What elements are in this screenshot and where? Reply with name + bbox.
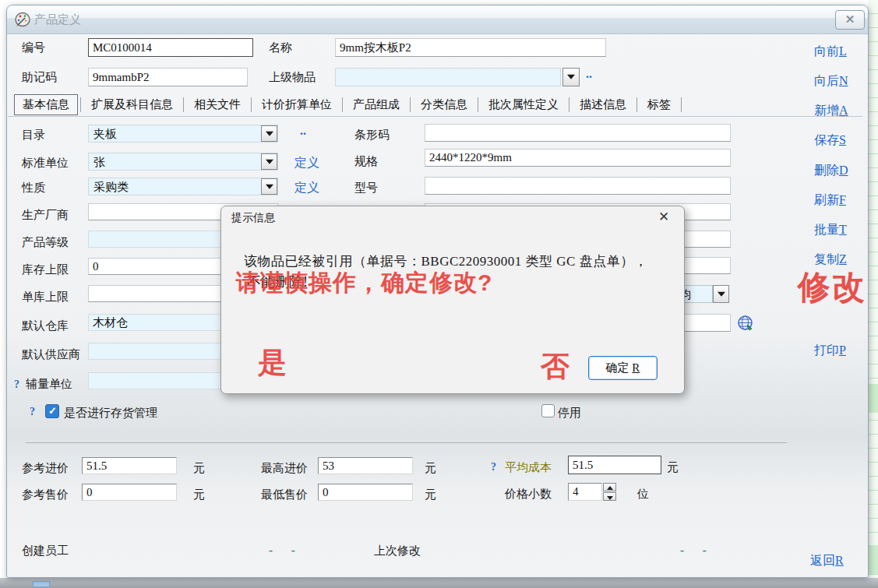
globe-icon[interactable] (737, 315, 753, 331)
tab-description[interactable]: 描述信息 (572, 95, 634, 114)
help-icon[interactable]: ? (30, 406, 35, 418)
disabled-checkbox-label: 停用 (558, 406, 581, 421)
last-modified-value: - - (680, 544, 714, 557)
tab-label[interactable]: 标签 (640, 95, 679, 114)
store-upper-label: 单库上限 (22, 290, 69, 305)
background-grid-selected-row (869, 384, 878, 413)
background-bottom-widget (33, 581, 50, 587)
ref-sale-input[interactable] (82, 484, 177, 501)
help-icon[interactable]: ? (491, 461, 496, 474)
mnemonic-input[interactable] (88, 68, 248, 86)
dialog-title: 提示信息 (231, 211, 275, 225)
avg-cost-input[interactable] (568, 456, 661, 474)
supplier-label: 默认供应商 (22, 347, 80, 362)
help-icon[interactable]: ? (14, 379, 19, 391)
stock-upper-label: 库存上限 (22, 262, 69, 277)
code-input[interactable] (88, 38, 253, 57)
name-input[interactable] (335, 38, 606, 57)
max-purchase-label: 最高进价 (261, 461, 308, 476)
yuan-label: 元 (425, 488, 436, 502)
close-icon[interactable]: ✕ (835, 10, 865, 30)
ref-purchase-label: 参考进价 (22, 461, 69, 476)
backward-button[interactable]: 向后N (814, 73, 848, 90)
tab-basic-info[interactable]: 基本信息 (14, 94, 78, 115)
code-label: 编号 (22, 40, 45, 55)
dialog-ok-button[interactable]: 确定 R (588, 356, 658, 380)
tab-product-composition[interactable]: 产品组成 (345, 95, 407, 114)
catalog-more-button[interactable]: .. (300, 124, 306, 138)
created-by-label: 创建员工 (22, 544, 69, 558)
tab-bar: 基本信息 扩展及科目信息 相关文件 计价折算单位 产品组成 分类信息 批次属性定… (14, 93, 793, 115)
disabled-checkbox[interactable] (541, 404, 555, 417)
delete-button[interactable]: 删除D (814, 163, 848, 179)
avg-cost-label: 平均成本 (505, 460, 552, 475)
app-icon (13, 10, 32, 29)
inventory-checkbox-label: 是否进行存货管理 (64, 406, 157, 421)
back-button[interactable]: 返回R (810, 553, 844, 569)
nature-define-link[interactable]: 定义 (294, 180, 319, 196)
parent-item-combo[interactable] (335, 68, 561, 86)
tab-pricing-units[interactable]: 计价折算单位 (254, 95, 340, 114)
unit-define-link[interactable]: 定义 (294, 155, 319, 171)
parent-item-more-button[interactable]: .. (586, 67, 592, 81)
dialog-close-icon[interactable]: ✕ (658, 209, 669, 225)
title-bar[interactable] (7, 5, 868, 34)
annotation-yes: 是 (258, 343, 287, 382)
back-shortcut: R (835, 554, 844, 567)
chevron-down-icon[interactable] (261, 153, 277, 170)
catalog-label: 目录 (22, 128, 45, 143)
window-title: 产品定义 (34, 12, 81, 27)
name-label: 名称 (269, 40, 292, 55)
chevron-down-icon[interactable] (713, 285, 729, 303)
barcode-input[interactable] (425, 124, 731, 142)
price-decimals-input[interactable] (568, 483, 602, 501)
tab-batch-attributes[interactable]: 批次属性定义 (481, 95, 566, 114)
min-sale-label: 最低售价 (261, 488, 308, 502)
aux-unit-label: 辅量单位 (26, 377, 72, 392)
background-grid-selected-row (869, 545, 878, 574)
chevron-down-icon[interactable] (261, 178, 277, 195)
spec-input[interactable] (425, 149, 731, 167)
save-button[interactable]: 保存S (814, 132, 846, 149)
annotation-overlay-text: 请谨慎操作，确定修改? (236, 267, 492, 299)
annotation-modify: 修改 (798, 266, 866, 309)
tab-related-files[interactable]: 相关文件 (186, 95, 249, 114)
nature-combo[interactable]: 采购类 (88, 178, 278, 195)
grade-label: 产品等级 (22, 235, 69, 250)
barcode-label: 条形码 (354, 128, 390, 143)
refresh-button[interactable]: 刷新F (814, 192, 846, 209)
background-taskbar-strip (0, 578, 878, 588)
standard-unit-combo[interactable]: 张 (88, 153, 278, 171)
min-sale-input[interactable] (318, 484, 413, 501)
forward-button[interactable]: 向前L (814, 44, 847, 60)
yuan-label: 元 (193, 461, 205, 476)
model-input[interactable] (425, 177, 731, 195)
max-purchase-input[interactable] (318, 457, 413, 474)
ref-sale-label: 参考售价 (22, 488, 69, 502)
ref-purchase-input[interactable] (82, 457, 177, 474)
parent-item-label: 上级物品 (269, 70, 316, 85)
tab-classification[interactable]: 分类信息 (413, 95, 475, 114)
tabs-divider (8, 116, 862, 117)
last-modified-label: 上次修改 (374, 544, 421, 558)
manufacturer-label: 生产厂商 (22, 208, 69, 223)
catalog-value: 夹板 (93, 127, 117, 142)
inventory-checkbox[interactable] (45, 404, 59, 418)
nature-label: 性质 (22, 181, 45, 195)
batch-button[interactable]: 批量T (814, 222, 847, 238)
tab-extended-accounts[interactable]: 扩展及科目信息 (83, 95, 181, 114)
decimals-unit-label: 位 (637, 487, 649, 502)
price-decimals-stepper[interactable] (603, 483, 616, 501)
model-label: 型号 (354, 181, 378, 195)
warehouse-label: 默认仓库 (22, 319, 69, 333)
print-button[interactable]: 打印P (814, 343, 846, 359)
parent-item-dropdown-button[interactable] (562, 68, 580, 86)
chevron-down-icon[interactable] (261, 125, 277, 142)
catalog-combo[interactable]: 夹板 (88, 125, 278, 143)
stepper-down-icon[interactable] (603, 492, 616, 501)
created-by-value: - - (269, 544, 303, 557)
mnemonic-label: 助记码 (22, 70, 57, 85)
price-section-divider (26, 442, 787, 443)
stepper-up-icon[interactable] (603, 483, 616, 491)
add-button[interactable]: 新增A (814, 103, 848, 119)
